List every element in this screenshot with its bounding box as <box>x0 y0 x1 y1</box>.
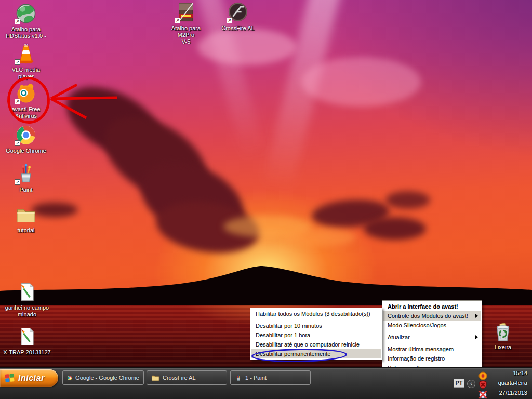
taskbar-task-chrome[interactable]: Google - Google Chrome <box>62 370 144 385</box>
taskbar-task-paint[interactable]: 1 - Paint <box>230 370 311 385</box>
tray-avast-shield-icon[interactable] <box>478 380 487 389</box>
icon-label: minado <box>3 311 51 318</box>
submenu-arrow-icon <box>475 314 478 318</box>
desktop-icon-chrome[interactable]: ↗ Google Chrome <box>4 124 48 154</box>
language-indicator[interactable]: PT <box>454 379 464 388</box>
icon-label: X-TRAP 20131127 <box>1 349 53 356</box>
desktop-icon-crossfire[interactable]: ↗ CrossFire AL <box>216 1 260 32</box>
tray-avast-disabled-icon[interactable] <box>478 390 487 399</box>
menu-item-label: Controle dos Módulos do avast! <box>388 313 468 319</box>
task-label: Google - Google Chrome <box>75 375 139 381</box>
mountain-silhouette <box>0 259 532 305</box>
tray-collapse-chevron[interactable]: ‹ <box>467 380 475 388</box>
taskbar-task-crossfire-folder[interactable]: CrossFire AL <box>147 370 227 385</box>
light-cloud <box>301 57 421 107</box>
tray-avast-orange-icon[interactable] <box>478 371 487 380</box>
desktop-icon-xtrap[interactable]: X-TRAP 20131127 <box>1 325 53 356</box>
clock-date: 27/11/2013 <box>491 388 527 398</box>
shortcut-arrow-icon: ↗ <box>15 19 20 24</box>
desktop-icon-tutorial[interactable]: tutorial <box>4 203 48 234</box>
menu-item-habilitar-todos[interactable]: Habilitar todos os Módulos (3 desabilita… <box>251 309 381 318</box>
menu-item-informacao-registro[interactable]: Informação de registro <box>383 354 481 363</box>
menu-item-atualizar[interactable]: Atualizar <box>383 332 481 342</box>
paint-file-icon <box>16 281 38 303</box>
icon-label: Atalho para <box>4 26 48 33</box>
icon-label: Google Chrome <box>4 148 48 154</box>
desktop-icon-vlc[interactable]: ↗ VLC media player <box>4 43 48 80</box>
folder-icon <box>15 203 37 226</box>
tray-clock[interactable]: 15:14 quarta-feira 27/11/2013 <box>491 368 530 398</box>
start-button[interactable]: Iniciar <box>0 369 58 387</box>
dark-cloud <box>364 217 426 240</box>
icon-label: Paint <box>4 187 48 193</box>
folder-icon <box>151 374 159 381</box>
shortcut-arrow-icon: ↗ <box>15 179 20 185</box>
shortcut-arrow-icon: ↗ <box>175 18 180 23</box>
desktop-icon-m2pro[interactable]: ↗ Atalho para M2Pro V-5 <box>164 1 208 45</box>
menu-item-desabilitar-1hora[interactable]: Desabilitar por 1 hora <box>251 330 381 340</box>
submenu-arrow-icon <box>475 335 478 339</box>
red-arrow-annotation <box>47 77 121 124</box>
menu-item-mostrar-mensagem[interactable]: Mostrar última mensagem <box>383 344 481 354</box>
icon-label: Lixeira <box>481 344 525 351</box>
clock-time: 15:14 <box>491 368 527 378</box>
menu-item-controle-modulos[interactable]: Controle dos Módulos do avast! <box>383 311 481 321</box>
recycle-bin-icon <box>491 320 515 344</box>
avast-tray-menu: Abrir a interface do avast! Controle dos… <box>382 300 482 374</box>
shortcut-arrow-icon: ↗ <box>15 59 20 65</box>
icon-label: ganhei no campo <box>3 304 51 311</box>
desktop-icon-hdstatus[interactable]: ↗ Atalho para HDStatus v1.0 - ... <box>4 2 48 46</box>
dark-cloud <box>385 191 430 209</box>
menu-separator <box>385 343 479 343</box>
icon-label: tutorial <box>4 227 48 234</box>
desktop-icon-paint[interactable]: ↗ Paint <box>4 163 48 193</box>
paint-file-icon <box>16 325 38 348</box>
clock-weekday: quarta-feira <box>491 378 527 388</box>
menu-separator <box>253 320 379 320</box>
task-label: 1 - Paint <box>245 375 267 381</box>
icon-label: Atalho para M2Pro <box>164 25 208 38</box>
start-button-label: Iniciar <box>18 374 45 383</box>
desktop-icon-lixeira[interactable]: Lixeira <box>481 320 525 351</box>
icon-label: CrossFire AL <box>216 25 260 32</box>
sunlit-cloud <box>283 229 356 246</box>
shortcut-arrow-icon: ↗ <box>227 18 232 23</box>
menu-separator <box>385 331 479 331</box>
menu-item-modo-silencioso[interactable]: Modo Silencioso/Jogos <box>383 321 481 330</box>
icon-label: V-5 <box>164 38 208 45</box>
menu-item-abrir-interface[interactable]: Abrir a interface do avast! <box>383 302 481 311</box>
shortcut-arrow-icon: ↗ <box>15 140 20 146</box>
menu-item-label: Atualizar <box>388 334 410 340</box>
task-label: CrossFire AL <box>163 375 196 381</box>
menu-item-desabilitar-10min[interactable]: Desabilitar por 10 minutos <box>251 321 381 330</box>
menu-item-desabilitar-reinicie[interactable]: Desabilitar até que o computador reinici… <box>251 340 381 349</box>
desktop-icon-ganhei[interactable]: ganhei no campo minado <box>3 281 51 318</box>
paint-cup-icon <box>235 374 242 382</box>
light-cloud <box>197 29 296 65</box>
taskbar: Iniciar Google - Google Chrome CrossFire… <box>0 367 532 399</box>
chrome-icon <box>67 374 72 382</box>
windows-flag-icon <box>4 373 16 383</box>
